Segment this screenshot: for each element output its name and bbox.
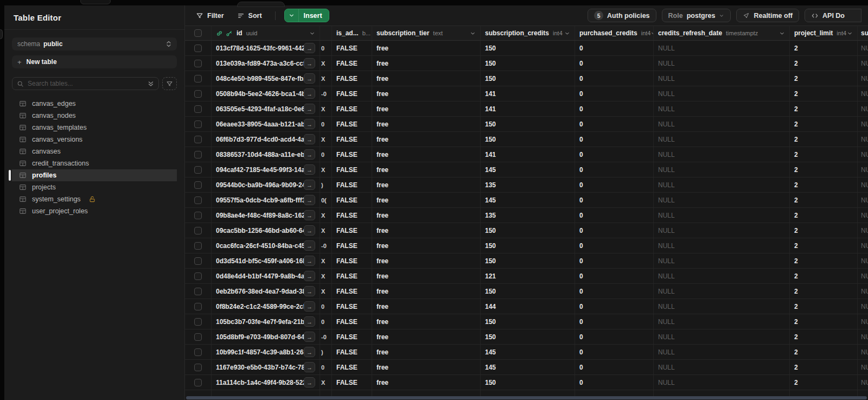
row-checkbox[interactable] xyxy=(194,242,202,250)
row-checkbox[interactable] xyxy=(194,288,202,295)
expand-row-button[interactable]: → xyxy=(304,225,315,236)
cell-clipped: X xyxy=(320,101,332,116)
column-type: int4 xyxy=(553,30,563,36)
row-checkbox[interactable] xyxy=(194,333,202,341)
row-checkbox[interactable] xyxy=(194,45,202,52)
row-checkbox[interactable] xyxy=(194,227,202,234)
column-header-purchased_credits[interactable]: purchased_creditsint4 xyxy=(575,26,654,40)
column-header-subscription_credits[interactable]: subscription_creditsint4 xyxy=(481,26,575,40)
cell-purchased-credits: 0 xyxy=(575,375,654,390)
sidebar-item-system_settings[interactable]: system_settings xyxy=(12,193,177,205)
row-checkbox[interactable] xyxy=(194,75,202,82)
api-docs-button[interactable]: API Do xyxy=(805,9,861,22)
column-header-project_limit[interactable]: project_limitint4 xyxy=(790,26,858,40)
row-checkbox-cell xyxy=(185,299,212,314)
insert-button[interactable]: Insert xyxy=(284,9,329,22)
expand-row-button[interactable]: → xyxy=(304,164,315,175)
realtime-toggle-button[interactable]: Realtime off xyxy=(736,9,799,22)
filter-button[interactable]: Filter xyxy=(192,9,228,23)
sidebar-item-credit_transactions[interactable]: credit_transactions xyxy=(12,157,177,169)
cell-subscription-tier-value: free xyxy=(376,120,388,128)
sort-button[interactable]: Sort xyxy=(233,9,266,23)
row-checkbox[interactable] xyxy=(194,151,202,158)
expand-row-button[interactable]: → xyxy=(304,149,315,160)
expand-row-button[interactable]: → xyxy=(304,43,315,53)
sidebar-item-canvas_versions[interactable]: canvas_versions xyxy=(12,134,177,145)
column-header-subscription_tier[interactable]: subscription_tiertext xyxy=(372,26,481,40)
cell-subscription-credits: 150 xyxy=(481,223,575,238)
chevron-down-icon[interactable] xyxy=(309,30,315,36)
expand-row-button[interactable]: → xyxy=(304,88,315,99)
row-checkbox[interactable] xyxy=(194,272,202,280)
cell-clipped-right: NU xyxy=(858,314,868,329)
row-checkbox[interactable] xyxy=(194,90,202,98)
sidebar-item-projects[interactable]: projects xyxy=(12,181,177,193)
expand-row-button[interactable]: → xyxy=(304,119,315,129)
table-filter-button[interactable] xyxy=(162,77,177,90)
expand-row-button[interactable]: → xyxy=(304,73,315,84)
row-checkbox[interactable] xyxy=(194,196,202,204)
auth-policies-button[interactable]: 5 Auth policies xyxy=(588,9,656,22)
expand-row-button[interactable]: → xyxy=(304,180,315,190)
row-checkbox[interactable] xyxy=(194,105,202,113)
row-checkbox[interactable] xyxy=(194,303,202,310)
column-header-id[interactable]: iduuid xyxy=(212,26,320,40)
cell-subscription-tier-value: free xyxy=(376,151,388,158)
chevron-down-icon[interactable] xyxy=(470,30,476,36)
role-select[interactable]: Role postgres xyxy=(662,9,731,22)
row-checkbox[interactable] xyxy=(194,136,202,143)
expand-row-button[interactable]: → xyxy=(304,134,315,144)
expand-row-button[interactable]: → xyxy=(304,316,315,327)
expand-row-button[interactable]: → xyxy=(304,377,315,388)
expand-row-button[interactable]: → xyxy=(304,301,315,312)
row-checkbox[interactable] xyxy=(194,379,202,386)
search-icon xyxy=(17,80,24,87)
chevron-down-icon[interactable] xyxy=(564,30,570,36)
expand-row-button[interactable]: → xyxy=(304,58,315,68)
new-table-button[interactable]: + New table xyxy=(12,55,177,68)
column-header-su[interactable]: su xyxy=(858,26,868,40)
cell-purchased-credits-value: 0 xyxy=(579,333,583,341)
double-chevron-down-icon[interactable] xyxy=(148,80,154,87)
column-header-credits_refresh_date[interactable]: credits_refresh_datetimestamptz xyxy=(654,26,790,40)
column-name: project_limit xyxy=(794,29,833,37)
row-checkbox[interactable] xyxy=(194,257,202,265)
row-checkbox[interactable] xyxy=(194,318,202,326)
sidebar-item-canvases[interactable]: canvases xyxy=(12,145,177,157)
sidebar-item-canvas_nodes[interactable]: canvas_nodes xyxy=(12,110,177,122)
cell-id: 063505e5-4293-4faf-a18c-0e65b...→ xyxy=(212,101,320,116)
sidebar-item-canvas_templates[interactable]: canvas_templates xyxy=(12,122,177,134)
row-checkbox[interactable] xyxy=(194,120,202,128)
expand-row-button[interactable]: → xyxy=(304,347,315,357)
chevron-down-icon[interactable] xyxy=(847,30,853,36)
cell-clipped-right-value: NU xyxy=(861,227,868,234)
sidebar-item-user_project_roles[interactable]: user_project_roles xyxy=(12,205,177,217)
row-checkbox[interactable] xyxy=(194,212,202,219)
row-checkbox[interactable] xyxy=(194,348,202,356)
expand-row-button[interactable]: → xyxy=(304,210,315,220)
expand-row-button[interactable]: → xyxy=(304,240,315,251)
chevron-down-icon[interactable] xyxy=(779,30,785,36)
expand-row-button[interactable]: → xyxy=(304,362,315,372)
select-all-checkbox[interactable] xyxy=(194,29,202,37)
cell-purchased-credits: 0 xyxy=(575,56,654,71)
expand-row-button[interactable]: → xyxy=(304,195,315,205)
expand-row-button[interactable]: → xyxy=(304,271,315,281)
horizontal-scrollbar[interactable] xyxy=(186,396,867,399)
search-tables-input[interactable] xyxy=(28,80,148,87)
sidebar-item-profiles[interactable]: profiles xyxy=(12,169,177,181)
expand-row-button[interactable]: → xyxy=(304,256,315,266)
column-header-is_ad[interactable]: is_ad...b... xyxy=(332,26,372,40)
table-icon xyxy=(19,183,27,191)
expand-row-button[interactable]: → xyxy=(304,104,315,114)
expand-row-button[interactable]: → xyxy=(304,286,315,296)
chevron-down-icon[interactable] xyxy=(285,9,299,22)
row-checkbox[interactable] xyxy=(194,166,202,174)
cell-clipped: X xyxy=(320,162,332,177)
schema-select[interactable]: schema public xyxy=(12,37,177,50)
expand-row-button[interactable]: → xyxy=(304,332,315,342)
row-checkbox[interactable] xyxy=(194,181,202,189)
sidebar-item-canvas_edges[interactable]: canvas_edges xyxy=(12,98,177,110)
row-checkbox[interactable] xyxy=(194,364,202,371)
row-checkbox[interactable] xyxy=(194,60,202,67)
